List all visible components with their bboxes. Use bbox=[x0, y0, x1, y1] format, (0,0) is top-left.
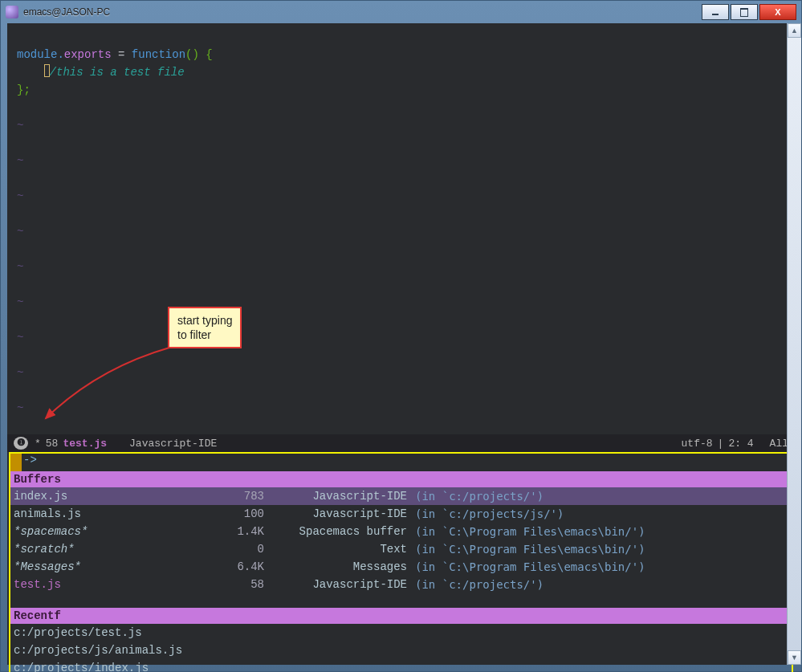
buffer-row[interactable]: animals.js 100 Javascript-IDE (in `c:/pr… bbox=[10, 505, 792, 523]
scroll-down-icon[interactable]: ▼ bbox=[788, 650, 801, 665]
buffer-size: 0 bbox=[214, 540, 271, 558]
scroll-track[interactable] bbox=[788, 38, 801, 650]
buffer-row[interactable]: test.js 58 Javascript-IDE (in `c:/projec… bbox=[10, 576, 792, 593]
buffer-row[interactable]: *Messages* 6.4K Messages (in `C:\Program… bbox=[10, 558, 792, 576]
helm-prompt-input[interactable]: -> bbox=[22, 454, 792, 471]
buffer-location: (in `c:/projects/js/') bbox=[415, 505, 564, 523]
window-title: emacs@JASON-PC bbox=[23, 6, 110, 18]
app-icon bbox=[6, 6, 18, 18]
close-button[interactable]: X bbox=[759, 4, 796, 20]
scrollbar-vertical[interactable]: ▲ ▼ bbox=[787, 23, 801, 665]
empty-line-marker: ~ bbox=[17, 366, 23, 379]
modeline: ❶ * 58 test.js Javascript-IDE utf-8 | 2:… bbox=[7, 434, 795, 452]
buffer-size: 6.4K bbox=[214, 558, 271, 576]
major-mode: Javascript-IDE bbox=[129, 438, 217, 450]
empty-line-marker: ~ bbox=[17, 295, 23, 308]
buffer-row[interactable]: *scratch* 0 Text (in `C:\Program Files\e… bbox=[10, 540, 792, 558]
helm-panel: -> Buffers index.js 783 Javascript-IDE (… bbox=[9, 452, 793, 672]
buffer-size: 58 bbox=[46, 438, 59, 450]
scroll-up-icon[interactable]: ▲ bbox=[788, 23, 801, 38]
encoding: utf-8 bbox=[682, 438, 713, 450]
buffer-mode: Messages bbox=[271, 558, 415, 576]
buffer-size: 783 bbox=[214, 487, 271, 505]
helm-section-buffers: Buffers bbox=[10, 471, 792, 487]
code-comment: /this is a test file bbox=[50, 66, 185, 79]
empty-line-marker: ~ bbox=[17, 225, 23, 238]
buffer-name: *scratch* bbox=[14, 540, 214, 558]
buffer-location: (in `C:\Program Files\emacs\bin/') bbox=[415, 540, 645, 558]
empty-line-marker: ~ bbox=[17, 119, 23, 132]
buffer-size: 1.4K bbox=[214, 523, 271, 540]
window-buttons: X bbox=[700, 4, 796, 20]
buffer-mode: Javascript-IDE bbox=[271, 505, 415, 523]
emacs-client: module.exports = function() { /this is a… bbox=[7, 23, 795, 665]
buffer-name: index.js bbox=[14, 487, 214, 505]
helm-section-recentf: Recentf bbox=[10, 608, 792, 624]
callout-text: start typing bbox=[177, 314, 232, 327]
annotation-callout: start typing to filter bbox=[168, 307, 242, 348]
buffer-name: test.js bbox=[14, 576, 214, 593]
empty-line-marker: ~ bbox=[17, 154, 23, 167]
buffer-location: (in `c:/projects/') bbox=[415, 487, 543, 505]
buffer-mode: Text bbox=[271, 540, 415, 558]
code-brace: { bbox=[206, 48, 212, 61]
code-keyword: module. bbox=[17, 48, 64, 61]
code-punct: () bbox=[185, 48, 206, 61]
code-brace: }; bbox=[17, 83, 31, 96]
cursor-position: 2: 4 bbox=[728, 438, 753, 450]
helm-gutter bbox=[10, 454, 22, 471]
buffer-location: (in `C:\Program Files\emacs\bin/') bbox=[415, 523, 645, 540]
code-op: = bbox=[112, 48, 132, 61]
buffer-row[interactable]: *spacemacs* 1.4K Spacemacs buffer (in `C… bbox=[10, 523, 792, 540]
scroll-indicator: All bbox=[770, 438, 788, 450]
recentf-item[interactable]: c:/projects/test.js bbox=[10, 624, 792, 641]
buffer-mode: Javascript-IDE bbox=[271, 487, 415, 505]
buffer-row[interactable]: index.js 783 Javascript-IDE (in `c:/proj… bbox=[10, 487, 792, 505]
empty-line-marker: ~ bbox=[17, 189, 23, 202]
buffer-size: 100 bbox=[214, 505, 271, 523]
code-keyword: function bbox=[132, 48, 185, 61]
minimize-button[interactable] bbox=[702, 4, 729, 20]
empty-line-marker: ~ bbox=[17, 331, 23, 344]
window-number-icon: ❶ bbox=[14, 437, 28, 450]
helm-prompt-row: -> bbox=[10, 454, 792, 471]
buffer-size: 58 bbox=[214, 576, 271, 593]
buffer-location: (in `c:/projects/') bbox=[415, 576, 543, 593]
buffer-location: (in `C:\Program Files\emacs\bin/') bbox=[415, 558, 645, 576]
buffer-name: *spacemacs* bbox=[14, 523, 214, 540]
buffer-mode: Javascript-IDE bbox=[271, 576, 415, 593]
buffer-mode: Spacemacs buffer bbox=[271, 523, 415, 540]
cursor bbox=[44, 64, 50, 77]
buffer-name: animals.js bbox=[14, 505, 214, 523]
code-property: exports bbox=[64, 48, 112, 61]
modified-indicator: * bbox=[35, 438, 41, 450]
window-frame: emacs@JASON-PC X module.exports = functi… bbox=[0, 0, 802, 672]
editor-pane[interactable]: module.exports = function() { /this is a… bbox=[7, 23, 795, 434]
empty-line-marker: ~ bbox=[17, 260, 23, 273]
maximize-button[interactable] bbox=[731, 4, 758, 20]
callout-text: to filter bbox=[177, 328, 211, 341]
buffer-list: index.js 783 Javascript-IDE (in `c:/proj… bbox=[10, 487, 792, 593]
recentf-item[interactable]: c:/projects/index.js bbox=[10, 659, 792, 672]
titlebar[interactable]: emacs@JASON-PC X bbox=[1, 1, 801, 23]
empty-line-marker: ~ bbox=[17, 401, 23, 414]
recentf-item[interactable]: c:/projects/js/animals.js bbox=[10, 641, 792, 659]
buffer-name: *Messages* bbox=[14, 558, 214, 576]
buffer-filename: test.js bbox=[63, 438, 107, 450]
